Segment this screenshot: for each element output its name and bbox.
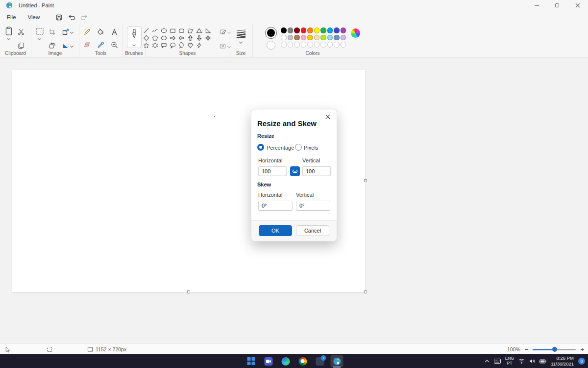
save-button[interactable] <box>52 12 65 23</box>
shape-heart[interactable] <box>186 42 195 49</box>
shape-four-point-star[interactable] <box>204 34 213 42</box>
flip-button[interactable] <box>60 40 75 51</box>
shape-curve[interactable] <box>151 27 160 34</box>
crop-button[interactable] <box>46 26 58 37</box>
palette-swatch[interactable] <box>281 35 287 41</box>
shape-rectangle[interactable] <box>169 27 177 34</box>
shape-lightning[interactable] <box>195 42 204 49</box>
fill-tool[interactable] <box>95 26 107 37</box>
percentage-radio[interactable] <box>257 144 264 151</box>
palette-swatch[interactable] <box>320 27 326 33</box>
taskbar-edge-icon[interactable] <box>279 355 292 367</box>
menu-view[interactable]: View <box>23 12 45 22</box>
palette-swatch[interactable] <box>314 27 320 33</box>
canvas-resize-handle-bottom[interactable] <box>187 290 190 293</box>
shape-pentagon[interactable] <box>151 34 160 42</box>
palette-swatch[interactable] <box>341 27 346 33</box>
color2-swatch[interactable] <box>267 41 275 50</box>
shape-line[interactable] <box>142 27 151 34</box>
palette-swatch[interactable] <box>320 35 326 41</box>
language-indicator[interactable]: ENG PT <box>505 356 514 366</box>
palette-swatch[interactable] <box>281 27 287 33</box>
wifi-icon[interactable] <box>518 359 525 364</box>
text-tool[interactable] <box>109 26 121 37</box>
palette-swatch[interactable] <box>307 35 313 41</box>
shape-polygon[interactable] <box>186 27 195 34</box>
dialog-close-button[interactable] <box>322 112 334 122</box>
palette-swatch-empty[interactable] <box>301 42 307 48</box>
palette-swatch[interactable] <box>288 35 294 41</box>
shape-arrow-right[interactable] <box>169 34 177 42</box>
palette-swatch[interactable] <box>334 27 340 33</box>
maintain-aspect-ratio-button[interactable] <box>290 166 300 176</box>
brushes-button[interactable] <box>127 26 142 48</box>
volume-icon[interactable] <box>529 359 535 364</box>
minimize-button[interactable] <box>526 0 547 11</box>
shape-rounded-rectangle[interactable] <box>177 27 186 34</box>
notification-badge[interactable]: 8 <box>578 358 585 365</box>
zoom-slider-thumb[interactable] <box>552 347 557 352</box>
brushes-dropdown-chevron[interactable] <box>132 43 136 47</box>
palette-swatch-empty[interactable] <box>307 42 313 48</box>
color1-selected-swatch[interactable] <box>265 27 277 39</box>
palette-swatch[interactable] <box>341 35 346 41</box>
copy-button[interactable] <box>15 40 27 51</box>
shape-thought-bubble[interactable] <box>177 42 186 49</box>
cut-button[interactable] <box>15 26 27 37</box>
taskbar-app-with-badge-icon[interactable]: 7 <box>314 355 326 367</box>
rotate-button[interactable] <box>46 40 58 51</box>
menu-file[interactable]: File <box>2 12 21 22</box>
eraser-tool[interactable] <box>81 39 93 50</box>
zoom-slider[interactable] <box>533 349 576 350</box>
skew-vertical-input[interactable]: 0° <box>296 201 330 210</box>
taskbar-teams-icon[interactable] <box>262 355 275 367</box>
shape-triangle[interactable] <box>195 27 204 34</box>
paste-button[interactable] <box>4 26 13 40</box>
redo-button[interactable] <box>78 12 91 23</box>
shape-arrow-up[interactable] <box>186 34 195 42</box>
skew-horizontal-input[interactable]: 0° <box>258 201 293 210</box>
pixels-radio-label[interactable]: Pixels <box>304 145 318 151</box>
cancel-button[interactable]: Cancel <box>296 225 329 236</box>
shape-speech-bubble[interactable] <box>160 42 169 49</box>
close-button[interactable] <box>567 0 588 11</box>
palette-swatch[interactable] <box>334 35 340 41</box>
palette-swatch-empty[interactable] <box>281 42 287 48</box>
resize-vertical-input[interactable]: 100 <box>302 166 331 176</box>
flip-dropdown-chevron[interactable] <box>70 44 73 47</box>
palette-swatch[interactable] <box>314 35 320 41</box>
shape-diamond[interactable] <box>142 34 151 42</box>
magnifier-tool[interactable] <box>109 39 121 50</box>
percentage-radio-label[interactable]: Percentage <box>267 145 294 151</box>
shape-arrow-left[interactable] <box>177 34 186 42</box>
palette-swatch-empty[interactable] <box>288 42 294 48</box>
shape-oval[interactable] <box>160 27 169 34</box>
palette-swatch-empty[interactable] <box>294 42 300 48</box>
palette-swatch[interactable] <box>327 35 333 41</box>
shape-hexagon[interactable] <box>160 34 169 42</box>
palette-swatch[interactable] <box>327 27 333 33</box>
undo-button[interactable] <box>65 12 78 23</box>
select-button[interactable] <box>35 26 44 40</box>
palette-swatch[interactable] <box>294 35 300 41</box>
zoom-out-button[interactable]: − <box>525 346 529 353</box>
edit-colors-button[interactable] <box>351 28 360 38</box>
palette-swatch-empty[interactable] <box>327 42 333 48</box>
palette-swatch-empty[interactable] <box>341 42 346 48</box>
resize-button[interactable] <box>60 26 75 37</box>
palette-swatch[interactable] <box>307 27 313 33</box>
start-button[interactable] <box>245 355 258 367</box>
clock[interactable]: 8:26 PM 11/30/2021 <box>551 355 574 367</box>
palette-swatch-empty[interactable] <box>314 42 320 48</box>
pixels-radio[interactable] <box>295 144 302 151</box>
shape-six-point-star[interactable] <box>151 42 160 49</box>
palette-swatch[interactable] <box>301 35 307 41</box>
color-picker-tool[interactable] <box>95 39 107 50</box>
canvas-resize-handle-corner[interactable] <box>364 290 367 293</box>
ok-button[interactable]: OK <box>259 225 292 236</box>
size-button[interactable] <box>236 29 246 43</box>
paste-dropdown-chevron[interactable] <box>7 37 10 40</box>
shape-oval-speech-bubble[interactable] <box>169 42 177 49</box>
palette-swatch[interactable] <box>301 27 307 33</box>
select-dropdown-chevron[interactable] <box>38 37 41 40</box>
